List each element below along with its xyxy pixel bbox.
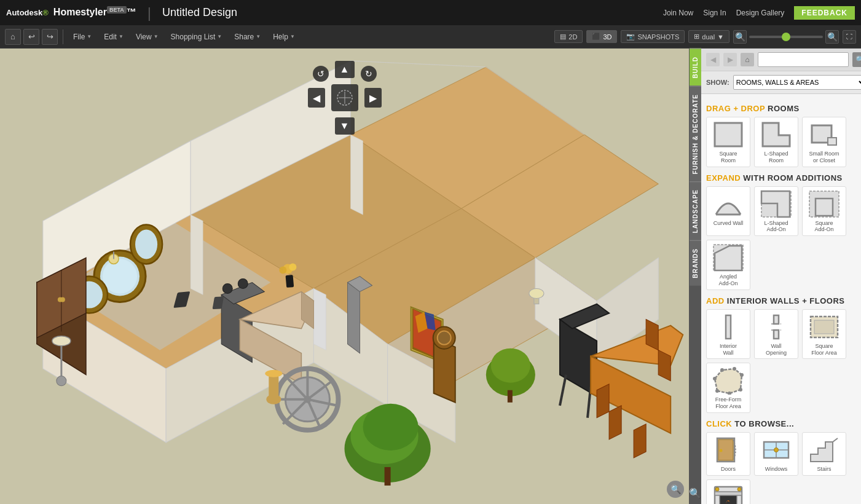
snapshots-button[interactable]: 📷 SNAPSHOTS [621, 30, 685, 43]
canvas-area[interactable]: ↺ ▲ ↻ ◀ ▶ ▼ 🔍 [0, 49, 689, 504]
design-title: Untitled Design [162, 6, 237, 19]
pan-left-button[interactable]: ◀ [308, 88, 325, 108]
small-room-item[interactable]: Small Roomor Closet [802, 117, 846, 167]
tab-furnish-decorate[interactable]: FURNISH & DECORATE [690, 86, 701, 182]
show-select[interactable]: ROOMS, WALLS & AREAS [733, 75, 861, 90]
square-addon-label: SquareAdd-On [814, 220, 833, 234]
square-addon-item[interactable]: SquareAdd-On [802, 186, 846, 237]
view-menu[interactable]: View ▼ [131, 30, 163, 44]
show-row: SHOW: ROOMS, WALLS & AREAS [701, 71, 861, 94]
redo-button[interactable]: ↪ [42, 29, 58, 45]
expand-section-header: EXPAND WITH ROOM ADDITIONS [706, 173, 861, 183]
square-room-item[interactable]: SquareRoom [706, 117, 750, 167]
svg-point-117 [713, 377, 717, 380]
add-section-header: ADD INTERIOR WALLS + FLOORS [706, 296, 861, 305]
svg-marker-32 [348, 283, 360, 353]
design-gallery-link[interactable]: Design Gallery [736, 9, 785, 17]
file-menu-arrow: ▼ [87, 34, 92, 39]
share-menu-arrow: ▼ [256, 34, 261, 39]
curved-wall-item[interactable]: Curved Wall [706, 186, 750, 237]
fullscreen-button[interactable]: ⛶ [843, 30, 856, 44]
stairs-label: Stairs [817, 466, 831, 473]
walls-floors-grid: InteriorWall WallOpening [706, 309, 861, 413]
edit-menu[interactable]: Edit ▼ [99, 30, 128, 44]
svg-point-91 [438, 332, 450, 344]
wall-opening-label: WallOpening [766, 343, 787, 356]
windows-label: Windows [765, 466, 788, 473]
svg-rect-71 [385, 467, 391, 486]
svg-point-73 [491, 348, 530, 383]
svg-rect-137 [715, 492, 742, 495]
file-menu[interactable]: File ▼ [68, 30, 96, 44]
tab-landscape[interactable]: LANDSCAPE [690, 181, 701, 240]
svg-rect-74 [508, 390, 513, 403]
show-label: SHOW: [706, 79, 729, 86]
interior-wall-icon [711, 312, 745, 342]
l-shaped-room-item[interactable]: L-ShapedRoom [754, 117, 798, 167]
pan-up-button[interactable]: ▲ [335, 61, 355, 78]
feedback-button[interactable]: FEEDBACK [794, 6, 855, 20]
svg-line-134 [833, 438, 838, 442]
windows-item[interactable]: Windows [754, 432, 798, 476]
svg-rect-108 [726, 315, 731, 339]
angled-addon-icon [711, 243, 745, 272]
panel-search-input[interactable] [758, 52, 849, 67]
interior-wall-item[interactable]: InteriorWall [706, 309, 750, 360]
svg-marker-115 [715, 369, 742, 393]
panel-magnify-icon[interactable]: 🔍 [689, 487, 701, 499]
sign-in-link[interactable]: Sign In [703, 9, 726, 17]
zoom-out-button[interactable]: 🔍 [733, 30, 747, 44]
join-now-link[interactable]: Join Now [663, 9, 693, 17]
zoom-thumb[interactable] [782, 33, 790, 41]
view-2d-button[interactable]: ▤ 2D [554, 30, 583, 43]
freeform-floor-item[interactable]: Free-FormFloor Area [706, 363, 750, 413]
help-menu[interactable]: Help ▼ [268, 30, 300, 44]
l-shaped-addon-label: L-ShapedAdd-On [764, 220, 788, 234]
view-3d-button[interactable]: ⬛ 3D [586, 30, 617, 43]
panel-content: ◀ ▶ ⌂ 🔍 SHOW: ROOMS, WALLS & AREAS DRAG … [701, 49, 861, 504]
svg-point-139 [737, 487, 741, 491]
home-button[interactable]: ⌂ [5, 29, 21, 45]
square-floor-item[interactable]: SquareFloor Area [802, 309, 846, 360]
svg-point-118 [720, 368, 724, 372]
panel-home-button[interactable]: ⌂ [741, 53, 754, 66]
dual-button[interactable]: ⊞ dual ▼ [688, 30, 729, 43]
main-area: ↺ ▲ ↻ ◀ ▶ ▼ 🔍 BUILD [0, 49, 861, 504]
wall-opening-item[interactable]: WallOpening [754, 309, 798, 360]
angled-addon-item[interactable]: AngledAdd-On [706, 240, 750, 290]
svg-point-82 [57, 376, 66, 386]
nav-ring: ↺ ▲ ↻ ◀ ▶ ▼ [308, 61, 382, 135]
stairs-item[interactable]: Stairs [802, 432, 846, 476]
pan-right-button[interactable]: ▶ [364, 88, 382, 108]
undo-button[interactable]: ↩ [23, 29, 39, 45]
rotate-left-button[interactable]: ↺ [313, 66, 329, 82]
autodesk-logo: Autodesk® [6, 8, 49, 17]
panel-search-button[interactable]: 🔍 [852, 52, 861, 67]
svg-rect-97 [715, 123, 742, 146]
tab-build[interactable]: BUILD [690, 49, 701, 86]
beta-badge: BETA [107, 6, 127, 14]
doors-item[interactable]: Doors [706, 432, 750, 476]
tab-brands[interactable]: BRANDS [690, 240, 701, 286]
svg-marker-98 [763, 123, 790, 146]
svg-marker-65 [597, 384, 609, 418]
rotate-right-button[interactable]: ↻ [361, 66, 377, 82]
magnify-icon[interactable]: 🔍 [667, 481, 684, 498]
l-shaped-addon-item[interactable]: L-ShapedAdd-On [754, 186, 798, 237]
zoom-slider[interactable] [749, 36, 823, 38]
svg-rect-110 [774, 330, 779, 339]
fireplaces-item[interactable]: Fireplaces [706, 479, 750, 504]
share-menu[interactable]: Share ▼ [229, 30, 265, 44]
small-room-label: Small Roomor Closet [809, 151, 839, 164]
panel-forward-button[interactable]: ▶ [723, 53, 737, 66]
angled-addon-label: AngledAdd-On [718, 274, 737, 287]
top-bar-right: Join Now Sign In Design Gallery FEEDBACK [663, 6, 855, 20]
svg-point-31 [60, 297, 65, 302]
panel-back-button[interactable]: ◀ [706, 53, 720, 66]
right-panel: BUILD FURNISH & DECORATE LANDSCAPE BRAND… [689, 49, 861, 504]
shopping-list-menu[interactable]: Shopping List ▼ [166, 30, 227, 44]
browse-items-grid: Doors [706, 432, 861, 504]
svg-point-87 [265, 370, 282, 377]
zoom-in-button[interactable]: 🔍 [825, 30, 839, 44]
pan-down-button[interactable]: ▼ [335, 117, 355, 135]
